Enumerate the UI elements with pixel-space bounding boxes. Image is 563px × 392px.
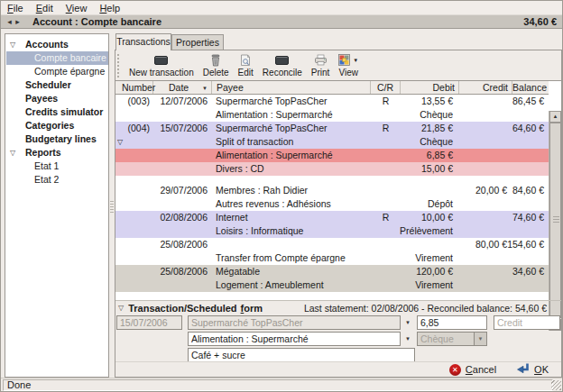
scrollbar-thumb[interactable] [549,123,561,318]
expander-icon[interactable]: ▽ [10,146,15,160]
sidebar-label: Reports [25,147,61,158]
table-row[interactable]: 25/08/2006 80,00 € 154,60 € [115,238,549,251]
status-bar: Done [1,378,562,391]
sidebar-label: Compte bancaire [34,52,106,63]
sidebar-item-etat-1[interactable]: Etat 1 [6,160,108,173]
view-dropdown-icon[interactable]: ▼ [353,58,358,63]
tab-transactions[interactable]: Transactions [115,33,171,50]
sidebar-item-compte-bancaire[interactable]: Compte bancaire [6,51,108,65]
sidebar-item-accounts[interactable]: ▽ Accounts [6,38,108,51]
thumb-grip-icon [553,216,559,224]
cancel-button[interactable]: ✕ Cancel [449,364,496,376]
menu-edit[interactable]: Edit [30,2,60,14]
sidebar-item-categories[interactable]: Categories [6,119,108,132]
forward-icon[interactable]: ▸ [14,15,22,28]
menu-view[interactable]: View [60,2,94,14]
button-label: Print [311,68,330,77]
cell-payee: Mégatable [216,265,373,278]
table-row[interactable]: Autres revenus : Adhésions Dépôt [115,197,549,211]
table-row[interactable]: 02/08/2006 Internet R 10,00 € 74,60 € [115,211,549,224]
table-row-selected[interactable]: (004) 15/07/2006 Supermarché TopPasCher … [115,122,549,135]
sidebar-item-budgetary-lines[interactable]: Budgetary lines [6,132,108,146]
table-row-selected[interactable]: ▽ Split of transaction Chèque [115,135,549,149]
split-row[interactable]: Divers : CD 15,00 € [115,162,549,176]
new-transaction-button[interactable]: New transaction [125,51,198,79]
table-row[interactable]: 25/08/2006 Mégatable 120,00 € 34,60 € [115,265,549,278]
column-header-number[interactable]: Number [115,81,153,94]
trash-icon [210,54,221,67]
date-field [116,315,182,330]
sidebar-item-credits-simulator[interactable]: Credits simulator [6,105,108,119]
split-row-selected[interactable]: Alimentation : Supermarché 6,85 € [115,149,549,162]
sidebar-item-payees[interactable]: Payees [6,92,108,105]
table-header: Number Date ▼ Payee C/R Debit Credit Bal… [115,81,549,95]
column-header-balance[interactable]: Balance [512,81,549,94]
cell-payee: Supermarché TopPasCher [216,95,373,108]
column-header-debit[interactable]: Debit [401,81,459,94]
transactions-toolbar: New transaction Delete Edit Reconcile [115,50,561,80]
tab-properties[interactable]: Properties [171,34,224,50]
table-row[interactable]: Loisirs : Informatique Prélèvement [115,224,549,238]
resize-grip-icon[interactable] [551,380,561,390]
table-body: (003) 12/07/2006 Supermarché TopPasCher … [115,95,549,301]
sidebar-item-reports[interactable]: ▽ Reports [6,146,108,160]
table-row[interactable]: Transfer from Compte épargne Virement [115,251,549,265]
back-icon[interactable]: ◂ [5,15,14,28]
view-button[interactable]: ▼ View [334,51,363,79]
cell-debit: 120,00 € [399,265,455,278]
cell-number: (004) [115,122,153,135]
form-expander-icon[interactable]: ▽ [118,304,124,312]
table-row[interactable]: (003) 12/07/2006 Supermarché TopPasCher … [115,95,549,108]
method-combo-arrow-icon: ▼ [474,333,486,345]
sidebar-label: Etat 1 [34,160,59,171]
cell-balance: 84,60 € [493,184,547,197]
sidebar-item-compte-epargne[interactable]: Compte épargne [6,65,108,78]
sidebar-label: Categories [25,120,74,131]
statement-info: Last statement: 02/08/2006 - Reconciled … [304,303,561,314]
credit-field[interactable] [494,315,560,330]
cell-category: Logement : Ameublement [216,278,373,292]
column-header-cr[interactable]: C/R [371,81,401,94]
cell-cr: R [371,95,401,108]
category-combo-arrow-icon[interactable]: ▼ [405,336,411,342]
table-row[interactable]: Alimentation : Supermarché Chèque [115,108,549,122]
sidebar-label: Compte épargne [34,66,105,77]
toolbar-grip[interactable] [117,54,122,77]
menu-help[interactable]: Help [93,2,126,14]
column-header-payee[interactable]: Payee [212,81,371,94]
sidebar-item-etat-2[interactable]: Etat 2 [6,173,108,187]
cell-method: Dépôt [399,197,455,211]
cell-method: Virement [399,278,455,292]
cell-payee: Membres : Rah Didier [216,184,373,197]
scroll-up-icon[interactable]: ▲ [549,111,561,123]
column-header-credit[interactable]: Credit [459,81,512,94]
menu-file[interactable]: File [1,2,30,14]
expander-icon[interactable]: ▽ [10,38,15,51]
cell-category: Divers : CD [216,162,373,176]
cell-debit: 15,00 € [399,162,455,176]
ok-button[interactable]: OK [516,362,549,377]
debit-field[interactable] [417,315,487,330]
category-combo[interactable] [188,332,401,346]
ok-icon [516,362,530,377]
comment-field[interactable] [188,348,415,362]
table-row[interactable]: Logement : Ameublement Virement [115,278,549,292]
column-header-date[interactable]: Date ▼ [153,81,212,94]
table-scrollbar[interactable]: ▲ ▼ [549,111,561,331]
table-row[interactable]: 29/07/2006 Membres : Rah Didier 20,00 € … [115,184,549,197]
edit-document-icon [240,54,251,67]
edit-button[interactable]: Edit [234,51,258,79]
sidebar-label: Accounts [25,39,69,50]
print-button[interactable]: Print [307,51,335,79]
comment-field-wrap [188,348,415,362]
menu-bar: File Edit View Help [1,1,562,14]
spacer-row [115,176,549,184]
reconcile-button[interactable]: Reconcile [258,51,307,79]
delete-button[interactable]: Delete [198,51,234,79]
method-combo: Chèque ▼ [417,332,487,346]
split-expander-icon[interactable]: ▽ [117,135,123,149]
sidebar-item-scheduler[interactable]: Scheduler [6,78,108,92]
cell-category: Alimentation : Supermarché [216,108,373,122]
sidebar-label: Etat 2 [34,174,59,185]
sort-desc-icon[interactable]: ▼ [202,82,208,95]
